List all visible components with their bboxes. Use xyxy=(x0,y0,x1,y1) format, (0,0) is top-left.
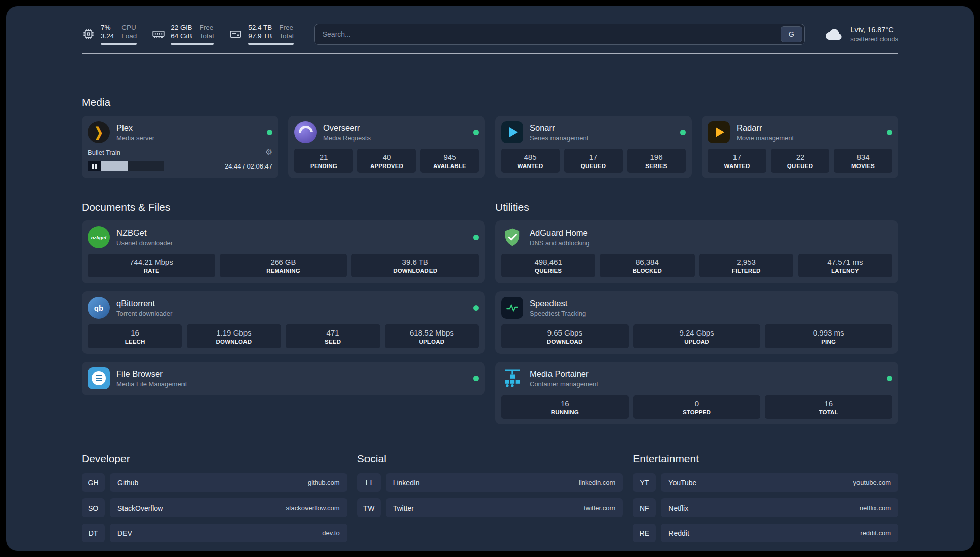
cpu-widget: 7% 3.24 CPU Load xyxy=(82,23,137,45)
disk-total-label: Total xyxy=(279,32,294,40)
speedtest-icon xyxy=(501,297,523,319)
service-name: Plex xyxy=(116,123,154,133)
status-dot xyxy=(887,130,892,135)
search-input[interactable] xyxy=(314,24,805,45)
service-link-sonarr[interactable]: Sonarr Series management xyxy=(501,121,686,143)
stat-upload: 9.24 GbpsUPLOAD xyxy=(633,324,761,348)
service-link-filebrowser[interactable]: File Browser Media File Management xyxy=(88,367,479,389)
memory-usage-bar xyxy=(171,43,214,45)
bookmark-dev[interactable]: DEV dev.to xyxy=(110,524,347,542)
status-dot xyxy=(680,130,686,135)
bookmark-row: LI LinkedIn linkedin.com xyxy=(357,473,623,492)
nzbget-icon: nzbget xyxy=(88,226,110,248)
qbittorrent-icon: qb xyxy=(88,297,110,319)
service-card-sonarr: Sonarr Series management 485WANTED 17QUE… xyxy=(495,116,692,178)
memory-total-value: 64 GiB xyxy=(171,32,192,40)
service-name: File Browser xyxy=(116,369,187,379)
service-name: Radarr xyxy=(737,123,794,133)
radarr-icon xyxy=(708,121,730,143)
playback-time: 24:44 / 02:06:47 xyxy=(225,162,272,170)
pause-icon[interactable] xyxy=(88,161,101,171)
service-name: NZBGet xyxy=(116,228,173,238)
service-link-qbittorrent[interactable]: qb qBittorrent Torrent downloader xyxy=(88,297,479,319)
service-name: qBittorrent xyxy=(116,299,172,308)
service-link-adguard[interactable]: AdGuard Home DNS and adblocking xyxy=(501,226,892,248)
cpu-usage-bar xyxy=(101,43,137,45)
service-desc: Media File Management xyxy=(116,380,187,388)
stat-queued: 22QUEUED xyxy=(771,149,829,173)
cpu-value-percent: 7% xyxy=(101,23,114,32)
cpu-load-label: Load xyxy=(121,32,137,40)
memory-free-value: 22 GiB xyxy=(171,23,192,32)
service-link-radarr[interactable]: Radarr Movie management xyxy=(708,121,892,143)
disk-usage-bar xyxy=(248,43,294,45)
bookmark-abbr-reddit[interactable]: RE xyxy=(633,524,656,542)
memory-icon xyxy=(152,27,165,41)
stat-queries: 498,461QUERIES xyxy=(501,254,595,277)
bookmark-youtube[interactable]: YouTube youtube.com xyxy=(661,473,898,492)
bookmark-row: YT YouTube youtube.com xyxy=(633,473,898,492)
service-link-overseerr[interactable]: Overseerr Media Requests xyxy=(294,121,479,143)
section-title-utilities: Utilities xyxy=(495,201,898,213)
service-card-filebrowser: File Browser Media File Management xyxy=(82,362,485,395)
bookmark-twitter[interactable]: Twitter twitter.com xyxy=(386,498,623,517)
service-name: Speedtest xyxy=(530,299,586,308)
overseerr-icon xyxy=(294,121,317,143)
sonarr-icon xyxy=(501,121,523,143)
cpu-icon xyxy=(82,27,95,41)
service-link-plex[interactable]: ❯ Plex Media server xyxy=(88,121,272,143)
memory-free-label: Free xyxy=(200,23,214,32)
now-playing-title: Bullet Train xyxy=(88,149,120,156)
service-card-adguard: AdGuard Home DNS and adblocking 498,461Q… xyxy=(495,220,898,283)
bookmark-github[interactable]: Github github.com xyxy=(110,473,347,492)
bookmark-abbr-dev[interactable]: DT xyxy=(82,524,105,542)
bookmark-abbr-twitter[interactable]: TW xyxy=(357,498,381,517)
service-card-overseerr: Overseerr Media Requests 21PENDING 40APP… xyxy=(288,116,485,178)
bookmark-abbr-linkedin[interactable]: LI xyxy=(357,473,381,492)
weather-condition: scattered clouds xyxy=(850,35,898,43)
weather-location: Lviv, 16.87°C xyxy=(850,25,898,35)
filebrowser-icon xyxy=(88,367,110,389)
service-card-radarr: Radarr Movie management 17WANTED 22QUEUE… xyxy=(702,116,898,178)
search-bar: G xyxy=(314,24,805,45)
gear-icon[interactable]: ⚙ xyxy=(265,148,272,156)
top-bar: 7% 3.24 CPU Load xyxy=(82,23,898,45)
search-engine-button[interactable]: G xyxy=(781,26,802,42)
bookmark-abbr-stackoverflow[interactable]: SO xyxy=(82,498,105,517)
service-name: Media Portainer xyxy=(530,369,598,379)
bookmark-abbr-youtube[interactable]: YT xyxy=(633,473,656,492)
status-dot xyxy=(473,130,479,135)
service-name: Overseerr xyxy=(323,123,371,133)
service-link-nzbget[interactable]: nzbget NZBGet Usenet downloader xyxy=(88,226,479,248)
portainer-icon xyxy=(501,367,523,389)
bookmark-row: NF Netflix netflix.com xyxy=(633,498,898,517)
stat-leech: 16LEECH xyxy=(88,324,182,348)
memory-total-label: Total xyxy=(200,32,214,40)
stat-total: 16TOTAL xyxy=(765,395,892,419)
stat-stopped: 0STOPPED xyxy=(633,395,761,419)
weather-widget: Lviv, 16.87°C scattered clouds xyxy=(824,25,898,43)
bookmark-reddit[interactable]: Reddit reddit.com xyxy=(661,524,898,542)
bookmark-abbr-netflix[interactable]: NF xyxy=(633,498,656,517)
service-link-portainer[interactable]: Media Portainer Container management xyxy=(501,367,892,389)
service-desc: Speedtest Tracking xyxy=(530,310,586,317)
disk-total-value: 97.9 TB xyxy=(248,32,272,40)
section-title-social: Social xyxy=(357,453,623,465)
cloud-icon xyxy=(824,27,844,42)
playback-progress-bar[interactable] xyxy=(88,161,164,171)
bookmark-linkedin[interactable]: LinkedIn linkedin.com xyxy=(386,473,623,492)
stat-wanted: 17WANTED xyxy=(708,149,766,173)
service-desc: Torrent downloader xyxy=(116,310,172,317)
bookmark-stackoverflow[interactable]: StackOverflow stackoverflow.com xyxy=(110,498,347,517)
stat-available: 945AVAILABLE xyxy=(420,149,479,173)
stat-approved: 40APPROVED xyxy=(357,149,416,173)
disk-icon xyxy=(229,27,242,41)
service-card-speedtest: Speedtest Speedtest Tracking 9.65 GbpsDO… xyxy=(495,291,898,354)
stat-seed: 471SEED xyxy=(286,324,380,348)
section-title-documents: Documents & Files xyxy=(82,201,485,213)
bookmark-abbr-github[interactable]: GH xyxy=(82,473,105,492)
service-link-speedtest[interactable]: Speedtest Speedtest Tracking xyxy=(501,297,892,319)
disk-free-label: Free xyxy=(279,23,294,32)
cpu-label: CPU xyxy=(121,23,137,32)
bookmark-netflix[interactable]: Netflix netflix.com xyxy=(661,498,898,517)
